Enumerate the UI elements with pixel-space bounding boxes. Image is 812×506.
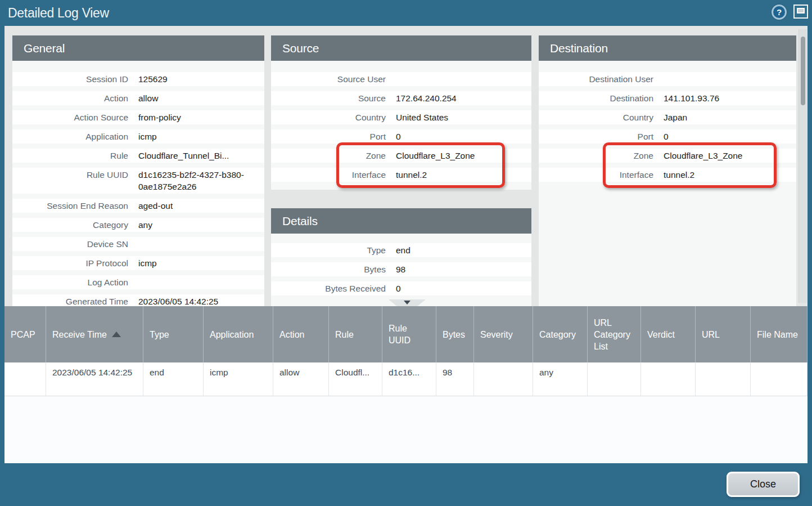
field-value: 98 <box>396 263 405 275</box>
field-label: Session ID <box>12 73 128 85</box>
panel-general: General Session ID125629ActionallowActio… <box>12 35 264 306</box>
cell-severity <box>474 362 533 396</box>
field-label: Zone <box>539 150 653 162</box>
field-value: Cloudflare_Tunnel_Bi... <box>138 150 229 162</box>
cell-rule-uuid: d1c16... <box>382 362 436 396</box>
column-header-verdict[interactable]: Verdict <box>641 306 696 362</box>
field-row-action-source: Action Sourcefrom-policy <box>12 110 264 124</box>
page-title: Detailed Log View <box>0 6 109 21</box>
column-header-label: Rule <box>335 329 354 341</box>
field-row-source-user: Source User <box>271 72 531 86</box>
field-row-action: Actionallow <box>12 91 264 105</box>
cell-url <box>696 362 751 396</box>
field-row-destination: Destination141.101.93.76 <box>539 91 796 105</box>
column-header-rule-uuid[interactable]: Rule UUID <box>382 306 436 362</box>
column-header-receive-time[interactable]: Receive Time <box>46 306 143 362</box>
field-value: from-policy <box>138 111 181 123</box>
field-row-bytes: Bytes98 <box>271 262 531 276</box>
panel-details: Details TypeendBytes98Bytes Received0 <box>271 208 531 306</box>
field-row-port: Port0 <box>539 129 796 144</box>
panels-scrollbar-track[interactable] <box>799 29 807 303</box>
field-label: Interface <box>271 169 386 181</box>
field-label: Port <box>539 131 653 142</box>
column-header-label: Application <box>210 329 254 341</box>
field-label: Zone <box>271 150 386 162</box>
panel-destination-body: Destination UserDestination141.101.93.76… <box>539 61 796 182</box>
column-header-label: URL Category List <box>594 317 636 352</box>
field-row-category: Categoryany <box>12 218 264 232</box>
table-row[interactable]: 2023/06/05 14:42:25endicmpallowCloudfl..… <box>4 362 808 396</box>
field-label: Action <box>12 92 128 104</box>
column-header-bytes[interactable]: Bytes <box>436 306 474 362</box>
column-header-label: Bytes <box>443 329 465 341</box>
help-icon[interactable]: ? <box>772 5 787 20</box>
field-label: IP Protocol <box>12 257 128 269</box>
column-header-label: Rule UUID <box>389 323 431 346</box>
field-label: Destination User <box>539 73 653 85</box>
field-label: Generated Time <box>12 295 128 306</box>
field-value: 0 <box>396 131 401 142</box>
column-header-label: Type <box>150 329 169 341</box>
log-table: PCAPReceive TimeTypeApplicationActionRul… <box>4 306 808 463</box>
column-header-category[interactable]: Category <box>533 306 588 362</box>
field-label: Rule UUID <box>12 169 128 192</box>
field-row-port: Port0 <box>271 129 531 144</box>
panel-source: Source Source UserSource172.64.240.254Co… <box>271 35 531 190</box>
column-header-url-category-list[interactable]: URL Category List <box>588 306 641 362</box>
field-value: tunnel.2 <box>664 169 694 181</box>
field-row-type: Typeend <box>271 243 531 257</box>
field-row-log-action: Log Action <box>12 275 264 289</box>
column-header-label: URL <box>702 329 720 341</box>
field-value: 172.64.240.254 <box>396 92 457 104</box>
panels-scrollbar-thumb[interactable] <box>801 37 805 105</box>
field-value: allow <box>138 92 158 104</box>
panel-source-body: Source UserSource172.64.240.254CountryUn… <box>271 61 531 182</box>
field-row-country: CountryJapan <box>539 110 796 124</box>
field-label: Application <box>12 131 128 142</box>
field-value: any <box>138 219 152 231</box>
field-value: aged-out <box>138 200 173 212</box>
panel-destination-title: Destination <box>539 35 796 61</box>
field-value: 141.101.93.76 <box>664 92 719 104</box>
column-header-file-name[interactable]: File Name <box>751 306 808 362</box>
log-detail-panels-region: General Session ID125629ActionallowActio… <box>4 26 808 306</box>
column-header-label: Receive Time <box>52 329 107 341</box>
column-header-label: Severity <box>480 329 513 341</box>
cell-url-category-list <box>588 362 641 396</box>
cell-category: any <box>533 362 588 396</box>
column-header-action[interactable]: Action <box>273 306 329 362</box>
title-bar: Detailed Log View <box>0 0 812 26</box>
window-restore-icon[interactable] <box>793 5 808 19</box>
field-label: Port <box>271 131 386 142</box>
field-row-ip-protocol: IP Protocolicmp <box>12 256 264 270</box>
field-row-session-end-reason: Session End Reasonaged-out <box>12 199 264 213</box>
panel-details-body: TypeendBytes98Bytes Received0 <box>271 234 531 295</box>
field-label: Log Action <box>12 276 128 288</box>
panel-destination: Destination Destination UserDestination1… <box>539 35 796 306</box>
field-value: 0 <box>396 283 401 294</box>
column-header-pcap[interactable]: PCAP <box>4 306 46 362</box>
close-button[interactable]: Close <box>727 472 800 497</box>
cell-application: icmp <box>204 362 273 396</box>
field-label: Bytes Received <box>271 283 386 294</box>
column-header-type[interactable]: Type <box>143 306 204 362</box>
log-table-header: PCAPReceive TimeTypeApplicationActionRul… <box>4 306 808 362</box>
column-header-url[interactable]: URL <box>696 306 751 362</box>
field-label: Country <box>271 111 386 123</box>
field-value: United States <box>396 111 448 123</box>
field-label: Country <box>539 111 653 123</box>
panel-details-title: Details <box>271 208 531 234</box>
field-label: Action Source <box>12 111 128 123</box>
column-header-application[interactable]: Application <box>204 306 273 362</box>
cell-rule: Cloudfl... <box>329 362 382 396</box>
field-row-rule-uuid: Rule UUIDd1c16235-b2f2-4327-b380-0ae1875… <box>12 168 264 194</box>
field-row-zone: ZoneCloudflare_L3_Zone <box>539 149 796 163</box>
column-header-severity[interactable]: Severity <box>474 306 533 362</box>
column-header-rule[interactable]: Rule <box>329 306 382 362</box>
panel-general-body: Session ID125629ActionallowAction Source… <box>12 61 264 306</box>
column-header-label: Verdict <box>647 329 675 341</box>
column-header-label: Category <box>539 329 576 341</box>
cell-bytes: 98 <box>436 362 474 396</box>
field-row-rule: RuleCloudflare_Tunnel_Bi... <box>12 149 264 163</box>
field-label: Rule <box>12 150 128 162</box>
